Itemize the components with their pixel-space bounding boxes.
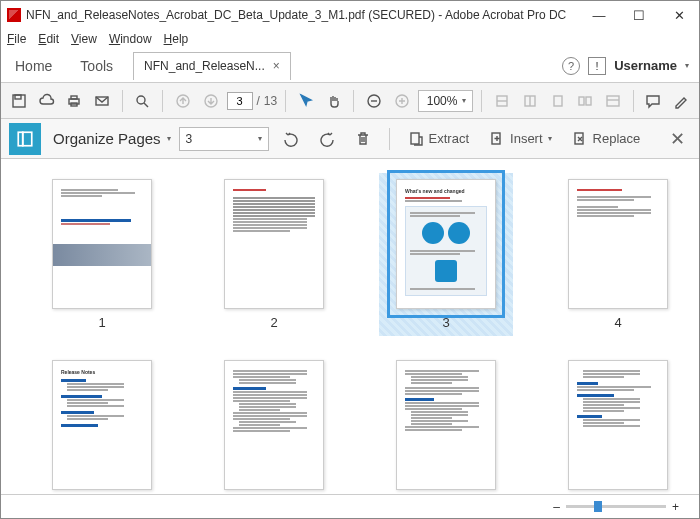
separator — [389, 128, 390, 150]
page-select-dropdown[interactable]: 3 ▾ — [179, 127, 269, 151]
thumbnail-label: 1 — [98, 315, 105, 330]
tab-document-label: NFN_and_ReleaseN... — [144, 59, 265, 73]
svg-rect-18 — [23, 132, 32, 146]
rotate-left-button[interactable] — [277, 125, 305, 153]
highlight-button[interactable] — [669, 88, 693, 114]
thumbnail-label: 3 — [442, 315, 449, 330]
fit-width-button[interactable] — [490, 88, 514, 114]
page-thumbnail[interactable]: 1 — [41, 179, 163, 330]
window-controls: — ☐ ✕ — [579, 1, 699, 29]
print-button[interactable] — [62, 88, 86, 114]
page-thumbnail[interactable]: 8 — [557, 360, 679, 494]
svg-point-6 — [137, 96, 145, 104]
view-mode-2-button[interactable] — [573, 88, 597, 114]
organize-caret-icon: ▾ — [167, 134, 171, 143]
title-bar: NFN_and_ReleaseNotes_Acrobat_DC_Beta_Upd… — [1, 1, 699, 29]
organize-pages-title[interactable]: Organize Pages ▾ — [53, 130, 171, 147]
next-page-button[interactable] — [199, 88, 223, 114]
tab-home[interactable]: Home — [1, 49, 66, 83]
tab-bar: Home Tools NFN_and_ReleaseN... × ? ! Use… — [1, 49, 699, 83]
maximize-button[interactable]: ☐ — [619, 1, 659, 29]
comment-button[interactable] — [642, 88, 666, 114]
page-separator: / — [257, 94, 260, 108]
page-select-value: 3 — [186, 132, 193, 146]
zoom-slider-knob[interactable] — [594, 501, 602, 512]
page-total: 13 — [264, 94, 277, 108]
tab-document[interactable]: NFN_and_ReleaseN... × — [133, 52, 291, 80]
hand-tool-button[interactable] — [322, 88, 346, 114]
svg-rect-19 — [411, 133, 419, 144]
thumbnail-label: 4 — [614, 315, 621, 330]
close-button[interactable]: ✕ — [659, 1, 699, 29]
svg-rect-13 — [554, 96, 562, 106]
view-mode-3-button[interactable] — [601, 88, 625, 114]
page-thumbnail[interactable]: 2 — [213, 179, 335, 330]
fit-page-button[interactable] — [518, 88, 542, 114]
save-button[interactable] — [7, 88, 31, 114]
menu-bar: File Edit View Window Help — [1, 29, 699, 49]
app-icon — [7, 8, 21, 22]
separator — [633, 90, 634, 112]
separator — [353, 90, 354, 112]
rotate-right-button[interactable] — [313, 125, 341, 153]
tab-bar-right: ? ! Username ▾ — [562, 57, 699, 75]
zoom-in-button[interactable] — [390, 88, 414, 114]
separator — [481, 90, 482, 112]
view-mode-1-button[interactable] — [546, 88, 570, 114]
zoom-caret-icon: ▾ — [462, 96, 466, 105]
page-thumbnail[interactable]: 7 — [385, 360, 507, 494]
svg-rect-16 — [607, 96, 619, 106]
organize-pages-toolbar: Organize Pages ▾ 3 ▾ Extract Insert ▾ Re… — [1, 119, 699, 159]
tab-tools[interactable]: Tools — [66, 49, 127, 83]
page-thumbnail[interactable]: Release Notes 5 — [41, 360, 163, 494]
notifications-icon[interactable]: ! — [588, 57, 606, 75]
page-thumbnails-panel[interactable]: 1 2 What's new and changed — [1, 159, 699, 494]
select-tool-button[interactable] — [294, 88, 318, 114]
close-organize-button[interactable]: ✕ — [664, 125, 691, 153]
delete-page-button[interactable] — [349, 125, 377, 153]
email-button[interactable] — [90, 88, 114, 114]
page-thumbnail[interactable]: 4 — [557, 179, 679, 330]
svg-rect-15 — [586, 97, 591, 105]
separator — [162, 90, 163, 112]
svg-rect-14 — [579, 97, 584, 105]
insert-caret-icon: ▾ — [548, 134, 552, 143]
separator — [285, 90, 286, 112]
tab-close-icon[interactable]: × — [273, 59, 280, 73]
zoom-value: 100% — [427, 94, 458, 108]
svg-rect-1 — [15, 95, 21, 99]
page-thumbnail[interactable]: 6 — [213, 360, 335, 494]
menu-edit[interactable]: Edit — [38, 32, 59, 46]
page-thumbnail-selected[interactable]: What's new and changed 3 — [379, 173, 513, 336]
thumbnail-grid: 1 2 What's new and changed — [41, 179, 679, 494]
replace-button[interactable]: Replace — [566, 125, 647, 153]
separator — [122, 90, 123, 112]
menu-file[interactable]: File — [7, 32, 26, 46]
zoom-slider-plus-icon[interactable]: + — [672, 500, 679, 514]
menu-help[interactable]: Help — [164, 32, 189, 46]
page-number-input[interactable] — [227, 92, 253, 110]
window-title: NFN_and_ReleaseNotes_Acrobat_DC_Beta_Upd… — [26, 8, 579, 22]
page-number-control: / 13 — [227, 92, 278, 110]
cloud-button[interactable] — [35, 88, 59, 114]
zoom-select[interactable]: 100% ▾ — [418, 90, 474, 112]
zoom-out-button[interactable] — [362, 88, 386, 114]
page-select-caret-icon: ▾ — [258, 134, 262, 143]
search-button[interactable] — [131, 88, 155, 114]
username-label[interactable]: Username — [614, 58, 677, 73]
menu-view[interactable]: View — [71, 32, 97, 46]
zoom-slider-minus-icon[interactable]: – — [553, 500, 560, 514]
svg-rect-3 — [71, 96, 77, 99]
extract-button[interactable]: Extract — [402, 125, 475, 153]
user-menu-caret-icon[interactable]: ▾ — [685, 61, 689, 70]
insert-button[interactable]: Insert ▾ — [483, 125, 558, 153]
thumbnail-label: 2 — [270, 315, 277, 330]
zoom-slider[interactable] — [566, 505, 666, 508]
status-bar: – + — [1, 494, 699, 518]
sidebar-toggle-button[interactable] — [9, 123, 41, 155]
prev-page-button[interactable] — [171, 88, 195, 114]
main-toolbar: / 13 100% ▾ — [1, 83, 699, 119]
help-icon[interactable]: ? — [562, 57, 580, 75]
menu-window[interactable]: Window — [109, 32, 152, 46]
minimize-button[interactable]: — — [579, 1, 619, 29]
